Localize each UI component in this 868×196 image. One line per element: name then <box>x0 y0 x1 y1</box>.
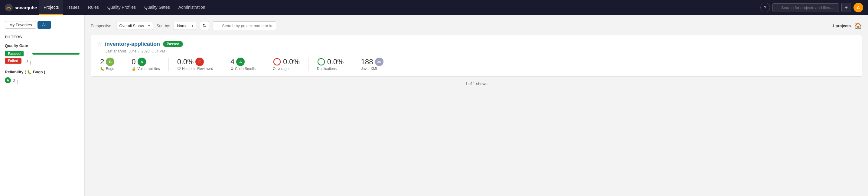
perspective-select-wrap: Overall Status ▼ <box>116 22 153 30</box>
hotspot-label: 🛡 Hotspots Reviewed <box>177 67 213 71</box>
reliability-a-row: A 0 | <box>5 77 80 83</box>
nav-links: Projects Issues Rules Quality Profiles Q… <box>39 0 210 15</box>
nav-link-quality-gates[interactable]: Quality Gates <box>140 0 174 15</box>
tech-label: Java, XML <box>361 67 378 71</box>
metric-code-smells: 4 A ⚙ Code Smells <box>230 57 264 71</box>
passed-badge[interactable]: Passed <box>5 51 24 56</box>
analysis-date: Last analysis: June 3, 2020, 6:54 PM <box>105 49 856 53</box>
my-favorites-button[interactable]: My Favorites <box>5 21 36 29</box>
project-header: ☆ inventory-application Passed <box>97 41 856 47</box>
hotspot-value: 0.0% <box>177 57 194 66</box>
user-avatar[interactable]: A <box>854 3 863 12</box>
metric-hotspot-top: 0.0% E <box>177 57 204 66</box>
lines-value: 188 <box>361 57 373 66</box>
vuln-label: 🔒 Vulnerabilities <box>131 67 160 71</box>
failed-count: 0 <box>26 59 28 63</box>
passed-count: 1 <box>28 51 30 56</box>
reliability-filter: Reliability ( 🐛 Bugs ) A 0 | <box>5 70 80 83</box>
bugs-label: 🐛 Bugs <box>100 67 114 71</box>
bugs-value: 2 <box>100 57 104 66</box>
metric-hotspots: 0.0% E 🛡 Hotspots Reviewed <box>177 57 222 71</box>
reliability-a-count: 0 <box>13 78 15 83</box>
home-icon[interactable]: 🏠 <box>855 22 862 29</box>
failed-filter-row: Failed 0 | <box>5 58 80 64</box>
passed-bar <box>32 53 80 54</box>
project-status-badge: Passed <box>163 41 183 47</box>
smells-value: 4 <box>230 57 235 66</box>
sort-label: Sort by: <box>157 24 170 28</box>
sonarqube-logo-icon <box>5 4 13 11</box>
metric-dup-top: 0.0% <box>317 57 344 66</box>
nav-link-quality-profiles[interactable]: Quality Profiles <box>103 0 140 15</box>
svg-point-6 <box>318 58 324 65</box>
global-search-input[interactable] <box>772 3 839 12</box>
smells-label: ⚙ Code Smells <box>230 67 255 71</box>
sort-select[interactable]: Name <box>174 22 196 30</box>
coverage-circle-icon <box>273 57 281 66</box>
vuln-grade[interactable]: A <box>137 57 146 66</box>
nav-link-rules[interactable]: Rules <box>84 0 103 15</box>
dup-label: Duplications <box>317 67 337 71</box>
metric-coverage-top: 0.0% <box>273 57 300 66</box>
perspective-select[interactable]: Overall Status <box>116 22 153 30</box>
nav-link-administration[interactable]: Administration <box>174 0 210 15</box>
sort-select-wrap: Name ▼ <box>174 22 196 30</box>
bugs-grade[interactable]: B <box>106 57 114 66</box>
failed-bar: | <box>30 60 80 62</box>
sidebar: My Favorites All Filters Quality Gate Pa… <box>0 15 85 196</box>
coverage-label: Coverage <box>273 67 288 71</box>
reliability-title: Reliability ( 🐛 Bugs ) <box>5 70 80 74</box>
failed-badge[interactable]: Failed <box>5 58 22 64</box>
perspective-label: Perspective: <box>91 24 113 28</box>
svg-point-5 <box>274 58 280 65</box>
reliability-a-bar: | <box>17 79 80 81</box>
project-search-wrap <box>213 22 828 30</box>
grade-a-badge[interactable]: A <box>5 77 11 83</box>
metric-lines: 188 XS Java, XML <box>361 57 392 71</box>
project-count: 1 projects <box>832 24 851 28</box>
dup-value: 0.0% <box>327 57 344 66</box>
metric-duplications: 0.0% Duplications <box>317 57 353 71</box>
favorites-toggle: My Favorites All <box>5 21 80 29</box>
hotspot-grade[interactable]: E <box>195 57 204 66</box>
metric-lines-top: 188 XS <box>361 57 383 66</box>
sort-order-button[interactable]: ⇅ <box>200 21 209 30</box>
duplication-circle-icon <box>317 57 326 66</box>
main-content: Perspective: Overall Status ▼ Sort by: N… <box>85 15 868 196</box>
favorite-star-icon[interactable]: ☆ <box>97 41 102 47</box>
metric-bugs: 2 B 🐛 Bugs <box>100 57 123 71</box>
metric-coverage: 0.0% Coverage <box>273 57 309 71</box>
top-bar: Perspective: Overall Status ▼ Sort by: N… <box>91 21 862 30</box>
metrics-row: 2 B 🐛 Bugs 0 A 🔒 Vul <box>100 57 856 71</box>
navigation: sonarqube Projects Issues Rules Quality … <box>0 0 868 15</box>
project-name-link[interactable]: inventory-application <box>105 41 160 47</box>
add-button[interactable]: + <box>841 3 851 12</box>
metric-vuln-top: 0 A <box>131 57 146 66</box>
tech-badge: XS <box>375 57 383 66</box>
global-search-wrap <box>772 3 839 12</box>
coverage-value: 0.0% <box>283 57 300 66</box>
vuln-value: 0 <box>131 57 135 66</box>
metric-vulnerabilities: 0 A 🔒 Vulnerabilities <box>131 57 168 71</box>
nav-link-issues[interactable]: Issues <box>63 0 84 15</box>
passed-filter-row: Passed 1 <box>5 51 80 56</box>
metric-smells-top: 4 A <box>230 57 245 66</box>
metric-bugs-top: 2 B <box>100 57 114 66</box>
logo: sonarqube <box>5 4 37 11</box>
quality-gate-title: Quality Gate <box>5 43 80 48</box>
project-search-input[interactable] <box>213 22 276 30</box>
project-card: ☆ inventory-application Passed Last anal… <box>91 35 862 77</box>
page-layout: My Favorites All Filters Quality Gate Pa… <box>0 15 868 196</box>
nav-link-projects[interactable]: Projects <box>39 0 63 15</box>
logo-text: sonarqube <box>14 5 37 10</box>
filters-title: Filters <box>5 35 80 39</box>
help-button[interactable]: ? <box>760 3 770 12</box>
quality-gate-filter: Quality Gate Passed 1 Failed 0 | <box>5 43 80 64</box>
smells-grade[interactable]: A <box>236 57 245 66</box>
pagination: 1 of 1 shown <box>91 81 862 86</box>
all-button[interactable]: All <box>37 21 51 29</box>
